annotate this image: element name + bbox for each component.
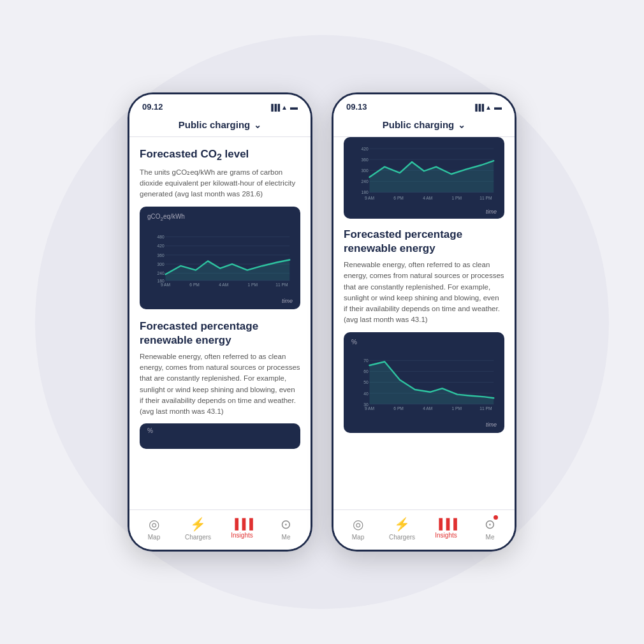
co2-desc: The units gCO₂eq/kWh are grams of carbon… — [140, 167, 300, 200]
co2-time-unit: time — [147, 298, 293, 304]
status-icons-1 — [269, 102, 298, 112]
svg-text:11 PM: 11 PM — [479, 406, 492, 411]
time-2: 09.13 — [346, 102, 367, 112]
map-icon-1: ◎ — [149, 516, 159, 532]
svg-text:50: 50 — [363, 380, 369, 384]
nav-map-1[interactable]: ◎ Map — [136, 516, 172, 541]
time-1: 09.12 — [142, 102, 163, 112]
renewable-chart-2: % 70 60 50 40 30 — [344, 332, 504, 433]
co2-section: Forecasted CO2 level The units gCO₂eq/kW… — [140, 147, 300, 309]
svg-text:300: 300 — [362, 168, 369, 173]
insights-icon-2: ▐▐▐ — [435, 518, 457, 530]
svg-text:6 PM: 6 PM — [393, 196, 404, 200]
chevron-down-icon-2 — [458, 119, 465, 130]
svg-marker-12 — [166, 260, 290, 280]
phone-content-2: Forecasted percentage renewable energy R… — [333, 228, 515, 509]
partial-chart-1: % — [140, 423, 300, 449]
nav-insights-1[interactable]: ▐▐▐ Insights — [224, 518, 260, 539]
renewable-section-1: Forecasted percentage renewable energy R… — [140, 319, 300, 418]
nav-insights-label-1: Insights — [231, 532, 252, 539]
phone-nav-1: ◎ Map ⚡ Chargers ▐▐▐ Insights ⊙ Me — [129, 509, 311, 550]
status-icons-2 — [473, 102, 502, 112]
svg-text:240: 240 — [157, 271, 165, 275]
map-icon-2: ◎ — [353, 516, 363, 532]
phone-nav-2: ◎ Map ⚡ Chargers ▐▐▐ Insights ⊙ Me — [333, 509, 515, 550]
charger-icon-2: ⚡ — [394, 516, 410, 532]
me-icon-2: ⊙ — [485, 516, 495, 532]
phone-header-1[interactable]: Public charging — [129, 114, 311, 137]
svg-text:4 AM: 4 AM — [423, 196, 432, 200]
svg-text:60: 60 — [363, 369, 369, 374]
phone-header-2[interactable]: Public charging — [333, 114, 515, 137]
status-bar-2: 09.13 — [333, 94, 515, 114]
battery-icon-1 — [290, 102, 298, 112]
status-bar-1: 09.12 — [129, 94, 311, 114]
nav-map-label-2: Map — [352, 534, 364, 541]
wifi-icon-1 — [281, 102, 288, 112]
svg-text:1 PM: 1 PM — [452, 406, 462, 411]
phone2-top-chart-time: time — [351, 209, 497, 215]
phones-container: 09.12 Public charging — [128, 92, 516, 552]
background-circle: 09.12 Public charging — [35, 35, 609, 609]
phone2-top-chart: 420 360 300 240 180 9 AM 6 PM 4 AM 1 PM … — [344, 137, 504, 219]
header-title-2: Public charging — [383, 119, 466, 130]
svg-text:360: 360 — [157, 252, 165, 257]
phone2-top-chart-svg: 420 360 300 240 180 9 AM 6 PM 4 AM 1 PM … — [351, 142, 497, 206]
signal-icon-1 — [269, 102, 279, 112]
renewable-chart-label-2: % — [351, 339, 497, 346]
wifi-icon-2 — [485, 102, 492, 112]
renewable-desc-1: Renewable energy, often referred to as c… — [140, 351, 300, 418]
svg-text:70: 70 — [363, 358, 369, 363]
svg-text:240: 240 — [362, 179, 369, 184]
renewable-chart-svg-2: 70 60 50 40 30 9 AM 6 PM 4 AM — [351, 348, 497, 418]
nav-chargers-2[interactable]: ⚡ Chargers — [384, 516, 420, 541]
svg-text:9 AM: 9 AM — [365, 406, 374, 411]
svg-text:11 PM: 11 PM — [275, 282, 288, 287]
nav-chargers-label-2: Chargers — [389, 534, 415, 541]
svg-marker-44 — [370, 362, 494, 404]
svg-text:420: 420 — [157, 244, 165, 248]
me-icon-1: ⊙ — [281, 516, 291, 532]
co2-chart: gCO2eq/kWh 480 42 — [140, 207, 300, 309]
phone-2: 09.13 Public charging — [332, 92, 516, 552]
co2-chart-svg: 480 420 360 300 240 180 — [147, 224, 293, 295]
insights-icon-1: ▐▐▐ — [231, 518, 252, 530]
renewable-time-unit-2: time — [351, 421, 497, 428]
svg-text:480: 480 — [157, 235, 165, 239]
svg-text:1 PM: 1 PM — [248, 282, 258, 287]
nav-insights-2[interactable]: ▐▐▐ Insights — [428, 518, 464, 539]
renewable-title-1: Forecasted percentage renewable energy — [140, 319, 300, 348]
nav-map-label-1: Map — [148, 534, 160, 541]
svg-text:180: 180 — [362, 190, 369, 194]
phone-1: 09.12 Public charging — [128, 92, 312, 552]
scroll-area-2: Forecasted percentage renewable energy R… — [333, 228, 515, 433]
signal-icon-2 — [473, 102, 483, 112]
scroll-area-1: Forecasted CO2 level The units gCO₂eq/kW… — [129, 137, 311, 459]
chevron-down-icon-1 — [254, 119, 261, 130]
svg-text:6 PM: 6 PM — [393, 406, 404, 411]
nav-me-2[interactable]: ⊙ Me — [472, 516, 508, 541]
svg-text:420: 420 — [362, 147, 369, 151]
charger-icon-1: ⚡ — [190, 516, 206, 532]
nav-chargers-1[interactable]: ⚡ Chargers — [180, 516, 216, 541]
svg-marker-28 — [370, 161, 494, 192]
svg-text:9 AM: 9 AM — [365, 196, 374, 200]
svg-text:6 PM: 6 PM — [189, 282, 200, 287]
co2-title: Forecasted CO2 level — [140, 147, 300, 163]
notification-dot — [494, 515, 498, 520]
phone2-top-chart-container: 420 360 300 240 180 9 AM 6 PM 4 AM 1 PM … — [333, 137, 515, 228]
renewable-title-2: Forecasted percentage renewable energy — [344, 228, 504, 256]
svg-text:9 AM: 9 AM — [161, 282, 170, 287]
nav-me-label-1: Me — [282, 534, 291, 541]
header-title-1: Public charging — [179, 119, 262, 130]
nav-me-label-2: Me — [486, 534, 495, 541]
svg-text:4 AM: 4 AM — [423, 406, 432, 411]
renewable-section-2: Forecasted percentage renewable energy R… — [344, 228, 504, 433]
battery-icon-2 — [494, 102, 502, 112]
phone-content-1: Forecasted CO2 level The units gCO₂eq/kW… — [129, 137, 311, 509]
nav-me-1[interactable]: ⊙ Me — [268, 516, 304, 541]
renewable-desc-2: Renewable energy, often referred to as c… — [344, 260, 504, 326]
svg-text:4 AM: 4 AM — [219, 282, 228, 287]
nav-map-2[interactable]: ◎ Map — [340, 516, 376, 541]
svg-text:300: 300 — [157, 262, 165, 267]
